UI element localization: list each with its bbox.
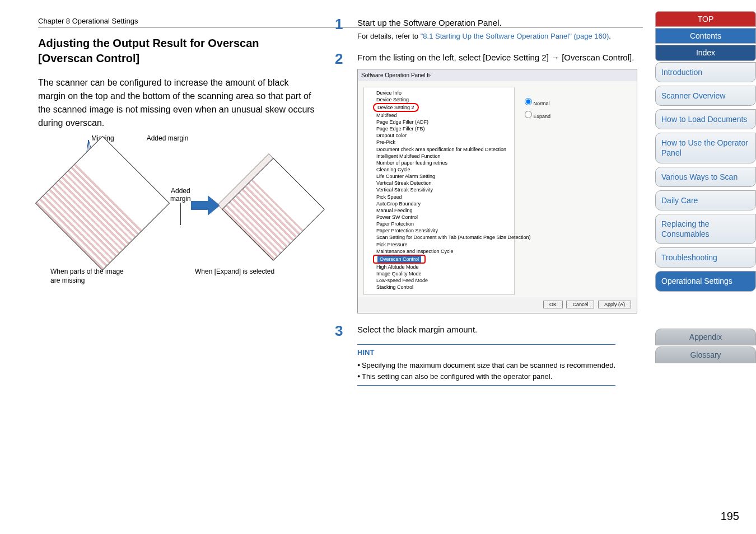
step1-detail-suffix: . (609, 32, 611, 40)
tree-item[interactable]: Manual Feeding (367, 207, 511, 214)
step1-link[interactable]: "8.1 Starting Up the Software Operation … (421, 32, 609, 40)
tab-operator-panel[interactable]: How to Use the Operator Panel (655, 133, 756, 163)
tree-item[interactable]: Paper Protection (367, 221, 511, 227)
cancel-button[interactable]: Cancel (566, 301, 594, 308)
intro-paragraph: The scanner can be configured to increas… (38, 76, 318, 130)
tab-various-ways[interactable]: Various Ways to Scan (655, 167, 756, 187)
tree-item[interactable]: Number of paper feeding retries (367, 160, 511, 166)
tree-item[interactable]: Page Edge Filler (FB) (367, 125, 511, 132)
lozenge-missing (35, 136, 170, 270)
section-title-line2: [Overscan Control] (38, 52, 139, 64)
sop-titlebar: Software Operation Panel fi- (358, 69, 637, 81)
tree-item[interactable]: Power SW Control (367, 214, 511, 221)
tree-item[interactable]: Life Counter Alarm Setting (367, 173, 511, 180)
radio-expand[interactable]: Expand (525, 111, 550, 121)
tab-index[interactable]: Index (655, 45, 756, 60)
tree-item[interactable]: Vertical Streak Detection (367, 180, 511, 186)
svg-marker-0 (191, 195, 220, 216)
apply-button[interactable]: Apply (A) (598, 301, 631, 308)
section-title-line1: Adjusting the Output Result for Overscan (38, 37, 259, 49)
hint-item: Specifying the maximum document size tha… (357, 360, 615, 371)
arrow-icon (191, 195, 220, 218)
step2-suffix: [Overscan Control]. (559, 53, 634, 62)
step-number-2: 2 (335, 51, 349, 313)
tree-item[interactable]: Pre-Pick (367, 139, 511, 146)
tree-item[interactable]: Device Info (367, 90, 511, 96)
tab-appendix[interactable]: Appendix (655, 329, 756, 345)
tree-item[interactable]: Multifeed (367, 112, 511, 119)
page-number: 195 (721, 510, 739, 523)
tree-item[interactable]: Scan Setting for Document with Tab (Auto… (367, 234, 511, 241)
tab-consumables[interactable]: Replacing the Consumables (655, 214, 756, 244)
tab-scanner-overview[interactable]: Scanner Overview (655, 86, 756, 106)
tab-top[interactable]: TOP (655, 11, 756, 27)
tree-item[interactable]: AutoCrop Boundary (367, 200, 511, 207)
caption-missing-2: are missing (50, 277, 85, 284)
step3-text: Select the black margin amount. (357, 325, 477, 334)
tree-item[interactable]: Device Setting 2 (367, 103, 511, 112)
tree-item[interactable]: Pick Pressure (367, 241, 511, 248)
tree-item[interactable]: Cleaning Cycle (367, 166, 511, 173)
added-block-line2: margin (170, 195, 191, 203)
caption-expand: When [Expand] is selected (195, 268, 274, 285)
section-title: Adjusting the Output Result for Overscan… (38, 36, 318, 66)
hint-box: HINT Specifying the maximum document siz… (357, 344, 615, 386)
tab-contents[interactable]: Contents (655, 28, 756, 44)
tree-item[interactable]: Device Setting (367, 96, 511, 103)
hint-title: HINT (357, 347, 615, 358)
overscan-diagram: Missing Added margin Added (38, 134, 318, 285)
tree-item[interactable]: High Altitude Mode (367, 264, 511, 270)
tab-troubleshooting[interactable]: Troubleshooting (655, 247, 756, 268)
hint-item: This setting can also be configured with… (357, 371, 615, 382)
tree-item[interactable]: Page Edge Filler (ADF) (367, 119, 511, 125)
sidebar-nav: TOP Contents Index Introduction Scanner … (655, 0, 756, 534)
tree-item[interactable]: Stacking Control (367, 284, 511, 291)
tree-item[interactable]: Document check area specification for Mu… (367, 146, 511, 153)
tab-introduction[interactable]: Introduction (655, 62, 756, 82)
caption-missing-1: When parts of the image (50, 268, 124, 275)
software-operation-panel-window: Software Operation Panel fi- Device Info… (357, 69, 637, 314)
ok-button[interactable]: OK (543, 301, 563, 308)
tab-operational-settings[interactable]: Operational Settings (655, 271, 756, 291)
sop-tree[interactable]: Device Info Device Setting Device Settin… (363, 87, 515, 295)
tree-item[interactable]: Vertical Streak Sensitivity (367, 186, 511, 193)
step-number-3: 3 (335, 324, 349, 388)
tab-how-to-load[interactable]: How to Load Documents (655, 109, 756, 129)
tab-daily-care[interactable]: Daily Care (655, 190, 756, 210)
tree-item[interactable]: Low-speed Feed Mode (367, 277, 511, 284)
tree-item[interactable]: Image Quality Mode (367, 270, 511, 277)
lozenge-expand (222, 158, 325, 261)
radio-normal[interactable]: Normal (525, 98, 550, 108)
added-block-line1: Added (171, 187, 190, 195)
step2-prefix: From the listing on the left, select [De… (357, 53, 551, 62)
step1-detail-prefix: For details, refer to (357, 32, 421, 40)
tree-item[interactable]: Paper Protection Sensitivity (367, 227, 511, 234)
tree-item[interactable]: Intelligent Multifeed Function (367, 153, 511, 160)
added-margin-label: Added margin (147, 134, 189, 142)
step2-arrow-icon: → (551, 53, 559, 62)
tab-glossary[interactable]: Glossary (655, 346, 756, 363)
tree-item[interactable]: Dropout color (367, 132, 511, 139)
tree-item[interactable]: Maintenance and Inspection Cycle (367, 248, 511, 255)
step-number-1: 1 (335, 17, 349, 41)
step1-text: Start up the Software Operation Panel. (357, 18, 502, 27)
tree-item-selected[interactable]: Overscan Control (367, 255, 511, 264)
tree-item[interactable]: Pick Speed (367, 194, 511, 200)
